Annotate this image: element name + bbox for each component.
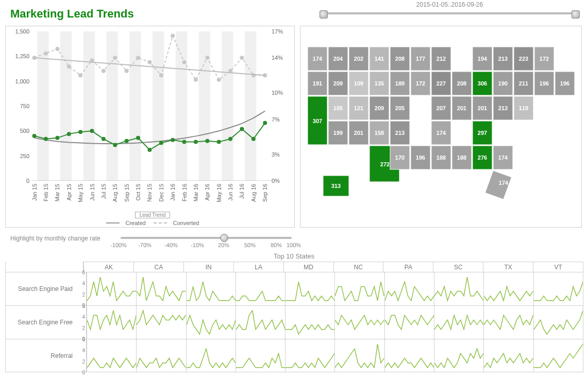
svg-text:196: 196 <box>416 154 425 161</box>
spark-cell <box>236 272 285 305</box>
spark-col-IN: IN <box>183 262 233 272</box>
svg-text:174: 174 <box>436 130 446 136</box>
svg-rect-5 <box>153 31 164 181</box>
svg-point-36 <box>78 130 82 134</box>
sparklines-title: Top 10 States <box>0 252 588 260</box>
spark-cell <box>136 339 186 372</box>
svg-text:135: 135 <box>375 80 384 87</box>
svg-text:177: 177 <box>416 56 425 62</box>
svg-text:208: 208 <box>457 80 466 87</box>
svg-text:307: 307 <box>313 118 322 124</box>
svg-text:194: 194 <box>478 56 488 62</box>
svg-text:170: 170 <box>395 154 405 161</box>
svg-point-40 <box>125 139 129 143</box>
date-range-handle-start[interactable] <box>320 10 328 19</box>
svg-point-43 <box>159 141 163 145</box>
svg-text:174: 174 <box>498 154 508 161</box>
svg-text:209: 209 <box>333 80 343 87</box>
svg-point-46 <box>194 140 198 144</box>
spark-cell <box>533 339 583 372</box>
change-rate-handle[interactable] <box>220 234 228 242</box>
spark-cell <box>87 306 136 339</box>
spark-row-label: Search Engine Paid <box>6 272 76 305</box>
svg-text:201: 201 <box>457 105 466 111</box>
svg-point-24 <box>182 60 187 64</box>
change-rate-label: Highlight by monthly change rate <box>10 235 100 242</box>
svg-text:201: 201 <box>354 130 363 136</box>
svg-text:297: 297 <box>478 130 487 136</box>
svg-text:213: 213 <box>498 105 508 111</box>
svg-point-29 <box>240 56 244 60</box>
svg-point-50 <box>240 127 244 131</box>
svg-text:209: 209 <box>375 105 384 111</box>
svg-point-39 <box>113 143 117 147</box>
svg-point-14 <box>67 64 71 68</box>
lead-trend-plot <box>31 31 274 181</box>
svg-point-23 <box>171 34 175 38</box>
spark-cell <box>334 272 384 305</box>
svg-point-49 <box>228 137 232 141</box>
spark-cell <box>533 306 583 339</box>
svg-text:188: 188 <box>457 154 466 161</box>
svg-text:306: 306 <box>478 80 487 87</box>
svg-text:105: 105 <box>333 105 343 111</box>
svg-rect-8 <box>222 31 233 181</box>
svg-text:227: 227 <box>436 80 446 87</box>
spark-cell <box>334 306 384 339</box>
svg-point-32 <box>32 134 37 138</box>
svg-text:205: 205 <box>395 105 405 111</box>
spark-cell <box>483 272 533 305</box>
svg-text:174: 174 <box>313 56 323 62</box>
spark-cell <box>186 306 236 339</box>
lead-trend-chart[interactable]: 02505007501,0001,2501,500 0%3%7%10%14%17… <box>5 26 295 228</box>
spark-col-SC: SC <box>433 262 483 272</box>
svg-text:141: 141 <box>375 56 384 62</box>
svg-point-15 <box>78 73 82 77</box>
spark-col-PA: PA <box>383 262 433 272</box>
svg-rect-4 <box>129 31 141 181</box>
svg-point-38 <box>102 137 106 141</box>
lead-trend-legend: Lead Trend Created Converted <box>88 212 217 226</box>
svg-text:202: 202 <box>354 56 363 62</box>
svg-point-41 <box>136 136 140 140</box>
legend-item-created: Created <box>126 220 146 226</box>
svg-text:196: 196 <box>540 80 549 87</box>
svg-text:208: 208 <box>395 56 405 62</box>
us-map[interactable]: 1742042021412081772121942132231721912091… <box>300 26 582 228</box>
spark-col-AK: AK <box>83 262 133 272</box>
svg-point-21 <box>147 60 152 64</box>
svg-point-47 <box>205 139 209 143</box>
svg-rect-6 <box>176 31 187 181</box>
legend-title: Lead Trend <box>135 212 171 218</box>
svg-text:190: 190 <box>498 80 508 87</box>
svg-text:158: 158 <box>375 130 384 136</box>
svg-point-45 <box>182 140 187 144</box>
spark-cell <box>334 339 384 372</box>
svg-text:191: 191 <box>313 80 322 87</box>
svg-text:172: 172 <box>416 80 425 87</box>
svg-rect-1 <box>60 31 72 181</box>
spark-cell <box>434 272 483 305</box>
spark-cell <box>136 272 186 305</box>
spark-col-MD: MD <box>283 262 333 272</box>
spark-col-LA: LA <box>233 262 283 272</box>
date-range-label: 2015-01-05..2016-09-26 <box>320 1 580 8</box>
date-range-handle-end[interactable] <box>572 10 580 19</box>
svg-point-26 <box>205 56 209 60</box>
svg-rect-7 <box>199 31 210 181</box>
svg-point-17 <box>102 69 106 73</box>
svg-text:121: 121 <box>354 105 363 111</box>
svg-rect-9 <box>245 31 256 181</box>
svg-rect-3 <box>106 31 117 181</box>
spark-cell <box>434 339 483 372</box>
spark-col-NC: NC <box>333 262 383 272</box>
svg-text:213: 213 <box>498 56 508 62</box>
spark-cell <box>236 306 285 339</box>
svg-point-48 <box>217 140 221 144</box>
sparklines-panel[interactable]: AKCAINLAMDNCPASCTXVT Search Engine Paid0… <box>5 262 583 372</box>
spark-cell <box>483 339 533 372</box>
date-range-slider[interactable] <box>320 9 580 18</box>
svg-text:109: 109 <box>354 80 363 87</box>
svg-point-37 <box>90 129 94 133</box>
spark-cell <box>483 306 533 339</box>
